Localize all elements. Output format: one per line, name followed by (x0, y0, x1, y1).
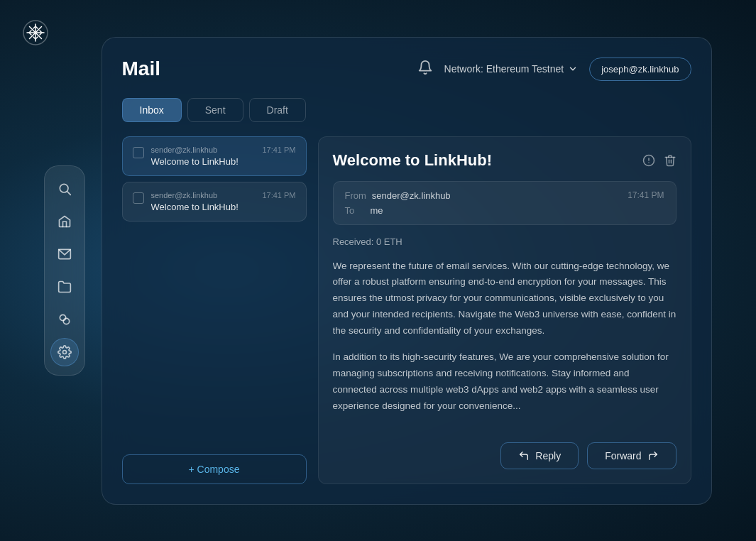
reply-label: Reply (535, 450, 561, 461)
received-amount: Received: 0 ETH (333, 236, 676, 247)
detail-subject: Welcome to LinkHub! (333, 151, 493, 170)
email-item-header-2: sender@zk.linkhub 17:41 PM (151, 191, 296, 200)
notification-button[interactable] (417, 60, 433, 78)
detail-meta: From sender@zk.linkhub 17:41 PM To me (333, 181, 676, 225)
email-sender-1: sender@zk.linkhub (151, 146, 218, 154)
tab-sent[interactable]: Sent (187, 98, 243, 122)
reply-button[interactable]: Reply (500, 442, 579, 469)
svg-point-16 (60, 315, 65, 320)
list-item[interactable]: sender@zk.linkhub 17:41 PM Welcome to Li… (122, 182, 307, 222)
from-value: sender@zk.linkhub (372, 190, 451, 201)
app-logo (23, 20, 48, 48)
info-icon[interactable] (642, 154, 655, 167)
forward-icon (647, 450, 659, 461)
email-time-2: 17:41 PM (262, 191, 295, 200)
main-card: Mail Network: Ethereum Testnet joseph@zk… (102, 37, 712, 505)
detail-body: We represent the future of email service… (333, 258, 676, 428)
svg-point-18 (63, 351, 67, 354)
content-area: sender@zk.linkhub 17:41 PM Welcome to Li… (122, 136, 691, 484)
forward-label: Forward (605, 450, 641, 461)
email-checkbox-1[interactable] (133, 147, 144, 158)
header-right: Network: Ethereum Testnet joseph@zk.link… (417, 58, 691, 81)
tab-draft[interactable]: Draft (249, 98, 306, 122)
tab-inbox[interactable]: Inbox (122, 98, 182, 122)
to-label: To (345, 205, 365, 216)
email-checkbox-2[interactable] (133, 192, 144, 204)
body-paragraph-1: We represent the future of email service… (333, 258, 676, 340)
list-item[interactable]: sender@zk.linkhub 17:41 PM Welcome to Li… (122, 136, 307, 176)
email-item-content-1: sender@zk.linkhub 17:41 PM Welcome to Li… (151, 146, 296, 167)
email-sender-2: sender@zk.linkhub (151, 191, 218, 200)
sidebar (44, 165, 85, 376)
page-title: Mail (122, 58, 160, 80)
trash-icon[interactable] (664, 154, 676, 167)
body-paragraph-2: In addition to its high-security feature… (333, 349, 676, 415)
detail-footer: Reply Forward (333, 442, 676, 469)
email-time-1: 17:41 PM (262, 146, 295, 154)
svg-point-13 (60, 184, 68, 192)
detail-header: Welcome to LinkHub! (333, 151, 676, 170)
email-item-header-1: sender@zk.linkhub 17:41 PM (151, 146, 296, 154)
compose-button[interactable]: + Compose (122, 454, 307, 484)
user-address-button[interactable]: joseph@zk.linkhub (589, 58, 691, 81)
reply-icon (518, 450, 530, 461)
email-list: sender@zk.linkhub 17:41 PM Welcome to Li… (122, 136, 307, 484)
meta-time: 17:41 PM (628, 190, 664, 200)
network-selector[interactable]: Network: Ethereum Testnet (444, 63, 579, 75)
from-label: From (345, 190, 366, 201)
network-label: Network: Ethereum Testnet (444, 63, 564, 75)
sidebar-item-home[interactable] (50, 207, 79, 236)
sidebar-item-mail[interactable] (50, 240, 79, 268)
sidebar-item-settings[interactable] (50, 338, 79, 366)
email-detail: Welcome to LinkHub! (318, 136, 691, 484)
email-subject-1: Welcome to LinkHub! (151, 156, 296, 167)
meta-from-row: From sender@zk.linkhub 17:41 PM (345, 190, 664, 201)
app-container: Mail Network: Ethereum Testnet joseph@zk… (0, 0, 756, 541)
sidebar-item-folder[interactable] (50, 273, 79, 301)
email-item-content-2: sender@zk.linkhub 17:41 PM Welcome to Li… (151, 191, 296, 212)
to-value: me (371, 205, 383, 216)
svg-point-17 (63, 318, 69, 324)
sidebar-item-tokens[interactable] (50, 305, 79, 334)
detail-actions (642, 154, 676, 167)
sidebar-item-search[interactable] (50, 175, 79, 203)
forward-button[interactable]: Forward (587, 442, 676, 469)
meta-to-row: To me (345, 205, 664, 216)
tabs: Inbox Sent Draft (122, 98, 691, 122)
email-subject-2: Welcome to LinkHub! (151, 202, 296, 212)
svg-line-14 (67, 192, 70, 195)
mail-header: Mail Network: Ethereum Testnet joseph@zk… (122, 58, 691, 81)
